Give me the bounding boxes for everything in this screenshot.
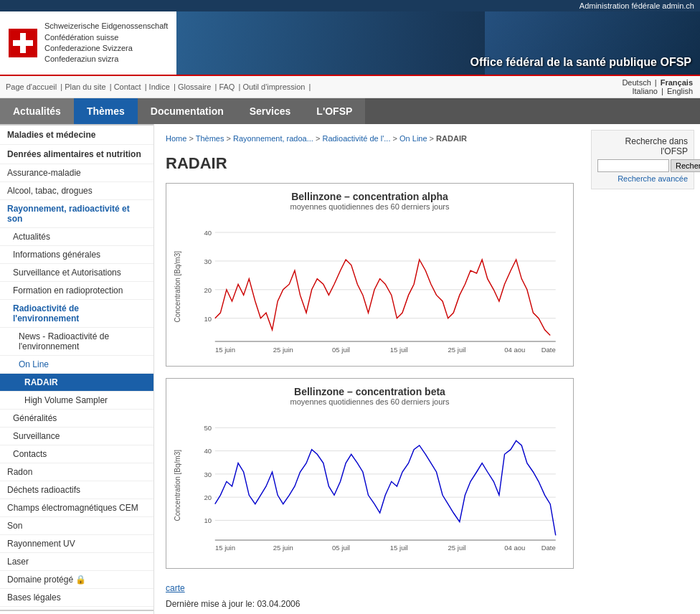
- svg-text:30: 30: [204, 471, 212, 478]
- main-content: Home > Thèmes > Rayonnement, radoa... > …: [154, 124, 585, 614]
- alpha-chart-subtitle: moyennes quotidiennes des 60 derniers jo…: [174, 202, 566, 211]
- sidebar-item-laser[interactable]: Laser: [0, 553, 153, 571]
- sidebar-item-produits[interactable]: Produits chimiques: [0, 610, 153, 614]
- sidebar-item-actualites-sub[interactable]: Actualités: [0, 228, 153, 246]
- svg-text:25 juin: 25 juin: [273, 544, 293, 552]
- nav-services[interactable]: Services: [237, 98, 304, 124]
- lang-bar: Deutsch | Français Italiano | English: [620, 78, 694, 95]
- alpha-data-line: [215, 260, 550, 335]
- svg-text:40: 40: [204, 447, 212, 455]
- sidebar-item-denrees[interactable]: Denrées alimentaires et nutrition: [0, 145, 153, 164]
- beta-chart-subtitle: moyennes quotidiennes des 60 derniers jo…: [174, 397, 566, 406]
- breadcrumb-home[interactable]: Home: [166, 134, 186, 143]
- sidebar-item-assurance-maladie[interactable]: Assurance-maladie: [0, 164, 153, 182]
- search-input[interactable]: [597, 159, 669, 172]
- search-button[interactable]: Rechercher: [671, 159, 700, 172]
- sidebar-item-champs[interactable]: Champs électromagnétiques CEM: [0, 499, 153, 517]
- carte-link[interactable]: carte: [166, 583, 185, 593]
- nav-link-plan[interactable]: Plan du site: [65, 82, 105, 91]
- svg-text:30: 30: [204, 258, 212, 265]
- svg-text:05 juil: 05 juil: [332, 346, 350, 354]
- top-nav-bar: Page d'accueil | Plan du site | Contact …: [0, 76, 700, 98]
- svg-text:05 juil: 05 juil: [332, 544, 350, 552]
- nav-link-accueil[interactable]: Page d'accueil: [6, 82, 57, 91]
- sidebar-item-maladies[interactable]: Maladies et médecine: [0, 124, 153, 145]
- svg-text:40: 40: [204, 229, 212, 237]
- svg-text:15 juin: 15 juin: [215, 544, 235, 552]
- search-box: Recherche dans l'OFSP Rechercher Recherc…: [591, 130, 694, 189]
- svg-text:Date: Date: [541, 346, 556, 354]
- lang-deutsch[interactable]: Deutsch: [622, 78, 651, 87]
- nav-actualites[interactable]: Actualités: [0, 98, 74, 124]
- header-left: Schweizerische Eidgenossenschaft Confédé…: [0, 11, 176, 75]
- breadcrumb-online[interactable]: On Line: [399, 134, 427, 143]
- svg-text:15 juil: 15 juil: [390, 346, 408, 354]
- nav-link-indice[interactable]: Indice: [149, 82, 170, 91]
- sidebar-item-domaine[interactable]: Domaine protégé 🔒: [0, 571, 153, 589]
- header-right: Office fédéral de la santé publique OFSP: [176, 11, 700, 75]
- svg-text:15 juin: 15 juin: [215, 346, 235, 354]
- swiss-cross-icon: [9, 29, 37, 57]
- sidebar-item-bases[interactable]: Bases légales: [0, 589, 153, 607]
- nav-link-impression[interactable]: Outil d'impression: [242, 82, 305, 91]
- sidebar-item-radair[interactable]: RADAIR: [0, 374, 153, 392]
- admin-bar: Administration fédérale admin.ch: [0, 0, 700, 11]
- nav-link-glossaire[interactable]: Glossaire: [178, 82, 211, 91]
- header-org-text: Schweizerische Eidgenossenschaft Confédé…: [44, 21, 168, 65]
- breadcrumb-themes[interactable]: Thèmes: [196, 134, 224, 143]
- alpha-y-label: Concentration [Bq/m3]: [174, 251, 181, 323]
- lang-english[interactable]: English: [667, 87, 693, 95]
- alpha-chart-title: Bellinzone – concentration alpha: [174, 191, 566, 202]
- sidebar: Maladies et médecine Denrées alimentaire…: [0, 124, 154, 614]
- breadcrumb-current: RADAIR: [436, 134, 467, 143]
- sidebar-item-online[interactable]: On Line: [0, 356, 153, 374]
- nav-links: Page d'accueil | Plan du site | Contact …: [6, 82, 311, 91]
- search-advanced-link[interactable]: Recherche avancée: [597, 174, 688, 183]
- svg-text:25 juin: 25 juin: [273, 346, 293, 354]
- sidebar-item-alcool[interactable]: Alcool, tabac, drogues: [0, 182, 153, 200]
- svg-text:50: 50: [204, 424, 212, 432]
- svg-text:25 juil: 25 juil: [448, 544, 466, 552]
- header: Schweizerische Eidgenossenschaft Confédé…: [0, 11, 700, 76]
- sidebar-item-rayonnement[interactable]: Rayonnement, radioactivité et son: [0, 200, 153, 228]
- nav-ofsp[interactable]: L'OFSP: [303, 98, 365, 124]
- svg-text:04 aou: 04 aou: [504, 346, 525, 354]
- svg-text:04 aou: 04 aou: [504, 544, 525, 552]
- sidebar-item-news-radio[interactable]: News - Radioactivité de l'environnement: [0, 328, 153, 356]
- lang-francais[interactable]: Français: [661, 78, 693, 87]
- main-nav: Actualités Thèmes Documentation Services…: [0, 98, 700, 124]
- sidebar-item-infos-gen[interactable]: Informations générales: [0, 246, 153, 264]
- sidebar-item-formation[interactable]: Formation en radioprotection: [0, 282, 153, 300]
- sidebar-item-high-volume[interactable]: High Volume Sampler: [0, 392, 153, 410]
- sidebar-item-surveillance[interactable]: Surveillance: [0, 428, 153, 445]
- sidebar-item-radon[interactable]: Radon: [0, 463, 153, 481]
- nav-themes[interactable]: Thèmes: [74, 98, 138, 124]
- beta-chart-title: Bellinzone – concentration beta: [174, 386, 566, 397]
- sidebar-item-radioactivite[interactable]: Radioactivité de l'environnement: [0, 300, 153, 328]
- svg-rect-2: [13, 40, 33, 46]
- svg-text:10: 10: [204, 315, 212, 323]
- nav-documentation[interactable]: Documentation: [138, 98, 237, 124]
- beta-data-line: [215, 440, 556, 535]
- svg-text:Date: Date: [541, 544, 556, 552]
- nav-link-faq[interactable]: FAQ: [219, 82, 235, 91]
- alpha-chart-svg: 40 30 20 10 15 juin 25 juin 05 juil 15 j…: [184, 215, 566, 359]
- breadcrumb: Home > Thèmes > Rayonnement, radoa... > …: [166, 131, 574, 148]
- sidebar-item-uv[interactable]: Rayonnement UV: [0, 535, 153, 553]
- sidebar-item-generalites[interactable]: Généralités: [0, 410, 153, 428]
- beta-chart-container: Bellinzone – concentration beta moyennes…: [166, 378, 574, 569]
- sidebar-item-contacts[interactable]: Contacts: [0, 445, 153, 463]
- right-panel: Recherche dans l'OFSP Rechercher Recherc…: [585, 124, 700, 614]
- content-wrapper: Maladies et médecine Denrées alimentaire…: [0, 124, 700, 614]
- sidebar-item-dechets[interactable]: Déchets radioactifs: [0, 481, 153, 499]
- sidebar-item-surveillance-auth[interactable]: Surveillance et Autorisations: [0, 264, 153, 282]
- svg-text:25 juil: 25 juil: [448, 346, 466, 354]
- breadcrumb-rayonnement[interactable]: Rayonnement, radoa...: [233, 134, 313, 143]
- search-label: Recherche dans l'OFSP: [597, 136, 688, 156]
- svg-text:20: 20: [204, 286, 212, 294]
- beta-chart-svg: 50 40 30 20 10 15 juin 25 juin 05 juil 1…: [184, 410, 566, 561]
- nav-link-contact[interactable]: Contact: [114, 82, 141, 91]
- lang-italiano[interactable]: Italiano: [632, 87, 657, 95]
- breadcrumb-radioactivite[interactable]: Radioactivité de l'...: [322, 134, 390, 143]
- sidebar-item-son[interactable]: Son: [0, 517, 153, 535]
